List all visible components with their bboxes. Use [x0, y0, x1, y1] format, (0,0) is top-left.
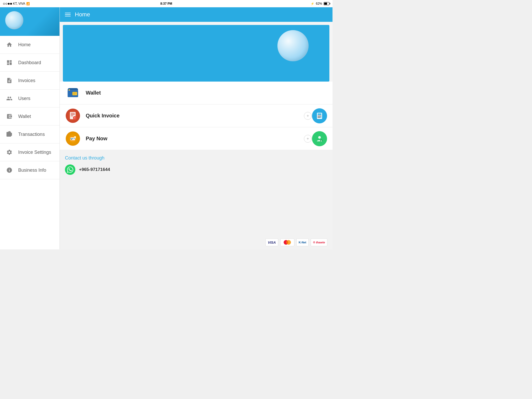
bluetooth-icon: ⚡: [311, 2, 314, 5]
sidebar-label-invoices: Invoices: [18, 78, 35, 83]
signal-dots: [3, 3, 12, 5]
svg-text:$: $: [321, 140, 322, 142]
knet-badge: K-Net: [296, 238, 309, 246]
svg-rect-6: [71, 113, 75, 114]
contact-row: +965-97171644: [65, 164, 327, 175]
page-title: Home: [75, 11, 90, 18]
invoices-icon: [5, 76, 14, 85]
sidebar-item-dashboard[interactable]: Dashboard: [0, 54, 59, 72]
sidebar-label-users: Users: [18, 96, 30, 101]
hamburger-line-3: [65, 16, 71, 16]
sidebar-header: [0, 7, 59, 36]
sidebar-item-invoices[interactable]: Invoices: [0, 72, 59, 90]
pay-now-svg: [68, 134, 77, 143]
svg-rect-1: [72, 92, 77, 95]
mastercard-badge: [280, 238, 294, 246]
quick-invoice-icon-wrapper: !: [65, 108, 81, 124]
contact-title: Contact us through: [65, 155, 327, 161]
status-time: 8:37 PM: [160, 2, 172, 5]
svg-rect-22: [71, 139, 72, 140]
pay-now-plus-button[interactable]: +: [304, 135, 312, 143]
wallet-card[interactable]: Wallet: [60, 82, 332, 104]
calculator-icon-wrapper: [312, 108, 327, 123]
signal-dot-3: [8, 3, 10, 5]
battery-icon: [324, 2, 329, 5]
sidebar-item-transactions[interactable]: Transactions: [0, 125, 59, 143]
svg-text:!: !: [74, 117, 75, 119]
battery-fill: [324, 3, 327, 5]
svg-point-4: [69, 89, 70, 91]
sidebar-item-wallet[interactable]: Wallet: [0, 108, 59, 125]
quick-invoice-svg: !: [68, 111, 77, 120]
hamburger-button[interactable]: [65, 13, 71, 16]
app-container: Home Dashboard Invoices: [0, 7, 332, 249]
hamburger-line-1: [65, 13, 71, 13]
sidebar-nav: Home Dashboard Invoices: [0, 36, 59, 249]
quick-invoice-card[interactable]: ! Quick Invoice +: [60, 104, 332, 127]
sidebar-label-wallet: Wallet: [18, 114, 31, 119]
pay-now-icon-wrapper: [65, 131, 81, 147]
status-left: KT, VIVA 📶: [3, 2, 30, 5]
wallet-card-label: Wallet: [86, 90, 101, 96]
wallet-nav-icon: [5, 112, 14, 121]
svg-rect-18: [320, 117, 321, 118]
quick-invoice-right-icon: [312, 108, 327, 124]
wifi-icon: 📶: [26, 2, 30, 5]
contact-phone: +965-97171644: [79, 167, 110, 172]
sidebar-item-users[interactable]: Users: [0, 90, 59, 108]
footer-section: VISA K-Net ® thawte: [60, 236, 332, 249]
quick-invoice-plus-button[interactable]: +: [304, 112, 312, 120]
sidebar-label-dashboard: Dashboard: [18, 60, 41, 65]
pay-icon-wrapper: $: [312, 131, 327, 146]
svg-rect-17: [319, 117, 320, 118]
pay-now-card-label: Pay Now: [86, 136, 107, 142]
contact-section: Contact us through +965-97171644: [60, 150, 332, 179]
status-right: ⚡ 62%: [311, 2, 329, 5]
sidebar: Home Dashboard Invoices: [0, 7, 60, 249]
pay-person-icon: $: [316, 135, 323, 143]
wallet-card-icon: [66, 86, 80, 100]
transactions-icon: [5, 130, 14, 138]
svg-rect-13: [318, 116, 319, 116]
sidebar-item-invoice-settings[interactable]: Invoice Settings: [0, 143, 59, 161]
cards-section: Wallet ! Quick: [60, 82, 332, 150]
pay-now-card[interactable]: Pay Now + $: [60, 127, 332, 150]
banner: [60, 22, 332, 82]
sidebar-label-business-info: Business Info: [18, 168, 46, 173]
svg-point-23: [318, 136, 321, 139]
visa-badge: VISA: [265, 238, 278, 246]
pay-now-icon: [66, 131, 80, 146]
top-bar: Home: [60, 7, 332, 22]
sidebar-item-home[interactable]: Home: [0, 36, 59, 54]
signal-dot-4: [10, 3, 12, 5]
main-content: Home: [60, 7, 332, 249]
quick-invoice-card-label: Quick Invoice: [86, 113, 119, 119]
signal-dot-2: [5, 3, 7, 5]
users-icon: [5, 94, 14, 103]
svg-rect-8: [71, 116, 73, 116]
calculator-icon: [316, 112, 323, 120]
svg-rect-12: [318, 114, 321, 115]
status-bar: KT, VIVA 📶 8:37 PM ⚡ 62%: [0, 0, 332, 7]
quick-invoice-icon: !: [66, 109, 80, 123]
svg-rect-14: [319, 116, 320, 116]
wallet-card-icon-wrapper: [65, 85, 81, 101]
sidebar-label-transactions: Transactions: [18, 132, 45, 137]
signal-dot-1: [3, 3, 5, 5]
invoice-settings-icon: [5, 148, 14, 156]
svg-rect-7: [71, 114, 75, 115]
thawte-badge: ® thawte: [311, 238, 327, 246]
sidebar-label-home: Home: [18, 42, 31, 48]
banner-blue: [63, 25, 329, 82]
mastercard-svg: [283, 240, 292, 245]
whatsapp-icon[interactable]: [65, 164, 75, 175]
banner-bubble: [277, 30, 309, 61]
battery-percent: 62%: [316, 2, 322, 5]
sidebar-bubble: [5, 11, 23, 29]
sidebar-item-business-info[interactable]: Business Info: [0, 161, 59, 179]
sidebar-label-invoice-settings: Invoice Settings: [18, 150, 51, 155]
home-icon: [5, 41, 14, 49]
sidebar-header-bg: [0, 7, 59, 36]
svg-rect-15: [320, 116, 321, 116]
svg-rect-21: [70, 138, 75, 139]
